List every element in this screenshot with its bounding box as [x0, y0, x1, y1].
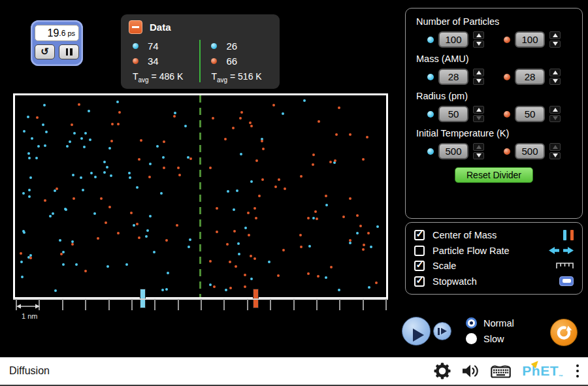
- cyan-particle: [146, 229, 149, 232]
- decrement-arrow-button[interactable]: [549, 152, 561, 160]
- cyan-particle: [349, 242, 351, 244]
- cyan-particle: [209, 283, 212, 286]
- orange-particle: [317, 275, 319, 278]
- step-forward-button[interactable]: [433, 322, 451, 340]
- orange-particle: [29, 257, 32, 259]
- increment-arrow-button[interactable]: [549, 143, 561, 151]
- orange-particle: [163, 167, 165, 169]
- decrement-arrow-button[interactable]: [549, 78, 561, 86]
- orange-particle: [178, 174, 181, 176]
- undo-arrow-icon: ↺: [41, 46, 49, 56]
- cyan-particle: [72, 174, 74, 176]
- normal-speed-radio[interactable]: [466, 317, 477, 329]
- increment-arrow-button[interactable]: [473, 31, 484, 39]
- decrement-arrow-button[interactable]: [549, 115, 561, 123]
- orange-particle: [367, 232, 370, 234]
- orange-particle: [60, 253, 63, 255]
- decrement-arrow-button[interactable]: [549, 40, 561, 48]
- orange-particle: [36, 116, 39, 119]
- left-particle-spinner: 500: [427, 143, 484, 159]
- cyan-particle: [174, 112, 176, 114]
- scale-checkbox[interactable]: ✓: [414, 261, 425, 271]
- center-of-mass-checkbox[interactable]: ✓: [414, 230, 425, 240]
- orange-particle: [226, 243, 229, 246]
- cyan-particle: [43, 104, 46, 106]
- orange-particle: [316, 217, 318, 220]
- particle-flow-rate-checkbox[interactable]: ✓: [414, 246, 425, 256]
- normal-speed-label: Normal: [483, 318, 514, 329]
- stopwatch-reset-button[interactable]: ↺: [35, 44, 55, 59]
- cyan-particle: [240, 153, 242, 155]
- cyan-particle: [189, 238, 191, 241]
- section-label: Mass (AMU): [416, 54, 573, 64]
- collapse-data-button[interactable]: [129, 20, 142, 34]
- orange-particle: [229, 261, 231, 263]
- decrement-arrow-button[interactable]: [473, 115, 484, 123]
- stopwatch-checkbox[interactable]: ✓: [414, 276, 425, 287]
- cyan-particle: [90, 172, 93, 174]
- left-cyan-count: 74: [148, 40, 159, 52]
- cyan-particle: [303, 99, 306, 102]
- orange-particle: [363, 244, 365, 246]
- cyan-particle: [35, 157, 38, 159]
- orange-particle: [111, 123, 114, 125]
- ruler-tick: [385, 299, 387, 310]
- stopwatch-display: 19.6ps: [35, 25, 79, 41]
- settings-gear-icon[interactable]: [434, 362, 451, 379]
- cyan-particle: [370, 246, 372, 248]
- keyboard-icon[interactable]: [491, 364, 511, 378]
- scale-ruler: 1 nm: [13, 298, 388, 325]
- value-box[interactable]: 50: [438, 106, 468, 122]
- cyan-particle: [49, 215, 52, 217]
- value-box[interactable]: 100: [438, 31, 468, 48]
- slow-speed-radio[interactable]: [466, 333, 477, 344]
- orange-particle: [274, 185, 277, 188]
- orange-particle: [277, 274, 280, 277]
- cyan-particle: [136, 186, 139, 189]
- increment-arrow-button[interactable]: [473, 143, 484, 151]
- chamber-divider[interactable]: [199, 95, 201, 297]
- right-particle-spinner: 28: [504, 69, 561, 85]
- stopwatch-tool[interactable]: 19.6ps ↺: [31, 20, 83, 66]
- orange-particle: [272, 104, 275, 106]
- increment-arrow-button[interactable]: [549, 106, 561, 114]
- left-particle-spinner: 28: [427, 69, 484, 85]
- value-box[interactable]: 100: [515, 31, 545, 48]
- sound-icon[interactable]: [462, 363, 480, 379]
- cyan-particle: [149, 215, 152, 217]
- cyan-particle: [250, 180, 253, 183]
- increment-arrow-button[interactable]: [549, 69, 561, 76]
- ruler-tick: [108, 299, 110, 310]
- orange-particle: [329, 161, 332, 163]
- stopwatch-pause-button[interactable]: [59, 44, 79, 59]
- orange-particle: [342, 216, 345, 218]
- value-box[interactable]: 500: [438, 143, 468, 159]
- play-button[interactable]: [402, 317, 431, 346]
- decrement-arrow-button[interactable]: [473, 78, 484, 86]
- ruler-tick: [363, 299, 364, 310]
- decrement-arrow-button[interactable]: [473, 40, 484, 48]
- orange-particle: [84, 270, 87, 272]
- increment-arrow-button[interactable]: [473, 69, 484, 76]
- phet-logo[interactable]: PhET™: [522, 363, 563, 379]
- value-box[interactable]: 28: [438, 69, 468, 85]
- orange-particle: [307, 217, 310, 219]
- increment-arrow-button[interactable]: [549, 31, 561, 39]
- value-box[interactable]: 500: [515, 143, 545, 159]
- cyan-particle: [153, 251, 155, 253]
- cyan-particle: [62, 263, 65, 266]
- reset-all-button[interactable]: [550, 319, 578, 346]
- menu-kebab-icon[interactable]: [575, 363, 581, 379]
- orange-particle: [165, 239, 168, 242]
- increment-arrow-button[interactable]: [473, 106, 484, 114]
- cyan-particle: [116, 101, 119, 103]
- cyan-particle: [162, 156, 165, 159]
- cyan-particle: [69, 140, 71, 143]
- cyan-particle: [167, 272, 169, 274]
- value-box[interactable]: 28: [515, 69, 545, 85]
- decrement-arrow-button[interactable]: [473, 152, 484, 160]
- reset-circular-arrow-icon: [555, 324, 573, 342]
- orange-particle: [307, 272, 310, 275]
- value-box[interactable]: 50: [515, 106, 545, 122]
- reset-divider-button[interactable]: Reset Divider: [455, 167, 533, 183]
